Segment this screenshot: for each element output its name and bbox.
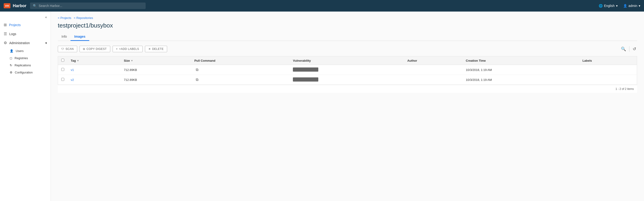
- sort-icon[interactable]: ▼: [77, 60, 79, 62]
- row1-checkbox-cell: [58, 65, 68, 75]
- sort-icon[interactable]: ▼: [131, 60, 133, 62]
- col-creation-label: Creation Time: [466, 59, 486, 62]
- th-pull-command: Pull Command: [191, 56, 290, 65]
- th-vulnerability: Vulnerability: [290, 56, 404, 65]
- sidebar-item-label: Projects: [9, 23, 21, 27]
- registries-icon: ◻: [10, 56, 12, 60]
- chevron-down-icon: ▾: [616, 4, 618, 8]
- sidebar-item-projects[interactable]: ⊞ Projects: [0, 20, 50, 29]
- scan-label: SCAN: [66, 47, 74, 50]
- delete-label: DELETE: [152, 47, 164, 50]
- search-icon: 🔍: [33, 4, 37, 8]
- search-bar[interactable]: 🔍 Search Harbor...: [30, 2, 146, 9]
- row1-labels: [579, 65, 637, 75]
- copy-digest-button[interactable]: ⧉ COPY DIGEST: [80, 46, 110, 52]
- copy-digest-label: COPY DIGEST: [86, 47, 106, 50]
- admin-icon: ⚙: [4, 41, 7, 45]
- tabs: Info Images: [58, 33, 637, 41]
- row2-labels: [579, 75, 637, 85]
- page-title: testproject1/busybox: [58, 22, 637, 29]
- content-area: < Projects < Repositories testproject1/b…: [51, 12, 644, 201]
- scan-icon: 🛡: [61, 47, 64, 50]
- tab-images[interactable]: Images: [70, 33, 89, 41]
- row2-vulnerability: [290, 75, 404, 85]
- sidebar-item-replications[interactable]: ↻ Replications: [0, 62, 50, 69]
- globe-icon: 🌐: [599, 4, 602, 8]
- row2-pull-command: ⧉: [191, 75, 290, 85]
- row2-author: [404, 75, 462, 85]
- main-layout: « ⊞ Projects ☰ Logs ⚙ Administration ▾ 👤…: [0, 12, 644, 201]
- pagination: 1 - 2 of 2 items: [58, 85, 637, 93]
- user-menu[interactable]: 👤 admin ▾: [623, 4, 640, 8]
- collapse-icon: «: [45, 15, 47, 19]
- row1-copy-button[interactable]: ⧉: [194, 67, 200, 72]
- tab-info[interactable]: Info: [58, 33, 70, 41]
- brand-name: Harbor: [13, 4, 26, 8]
- row1-author: [404, 65, 462, 75]
- row1-tag-link[interactable]: v1: [71, 68, 74, 72]
- row1-vulnerability: [290, 65, 404, 75]
- row2-checkbox-cell: [58, 75, 68, 85]
- row2-creation-time: 10/3/2018, 1:19 AM: [462, 75, 579, 85]
- table-row: v2 712.89KB ⧉ 10/3/2018, 1:19 AM: [58, 75, 637, 85]
- scan-button[interactable]: 🛡 SCAN: [58, 46, 77, 52]
- sidebar: « ⊞ Projects ☰ Logs ⚙ Administration ▾ 👤…: [0, 12, 51, 201]
- language-selector[interactable]: 🌐 English ▾: [599, 4, 618, 8]
- vm-logo: vm: [4, 3, 10, 8]
- row1-checkbox[interactable]: [61, 68, 64, 71]
- sidebar-item-registries[interactable]: ◻ Registries: [0, 54, 50, 62]
- col-size-label: Size: [124, 59, 130, 62]
- th-creation-time: Creation Time: [462, 56, 579, 65]
- row2-tag-link[interactable]: v2: [71, 78, 74, 82]
- logs-icon: ☰: [4, 32, 7, 36]
- sidebar-item-users[interactable]: 👤 Users: [0, 47, 50, 54]
- add-labels-label: +ADD LABELS: [119, 47, 139, 50]
- sub-item-label: Users: [16, 49, 24, 53]
- toolbar-right: 🔍 ↺: [620, 46, 637, 52]
- sidebar-item-administration[interactable]: ⚙ Administration ▾: [0, 38, 50, 47]
- select-all-checkbox[interactable]: [61, 59, 64, 62]
- replications-icon: ↻: [10, 64, 12, 67]
- th-tag: Tag ▼: [68, 56, 121, 65]
- search-placeholder: Search Harbor...: [38, 4, 62, 8]
- sub-item-label: Registries: [14, 56, 28, 60]
- col-pull-label: Pull Command: [194, 59, 216, 62]
- user-label: admin: [628, 4, 637, 8]
- sidebar-item-label: Logs: [9, 32, 16, 36]
- images-table: Tag ▼ Size ▼ Pull Command Vul: [58, 56, 637, 85]
- col-author-label: Author: [407, 59, 417, 62]
- row2-checkbox[interactable]: [61, 78, 64, 81]
- row2-size: 712.89KB: [121, 75, 191, 85]
- projects-icon: ⊞: [4, 23, 7, 27]
- th-author: Author: [404, 56, 462, 65]
- table-row: v1 712.89KB ⧉ 10/3/2018, 1:19 AM: [58, 65, 637, 75]
- lang-label: English: [604, 4, 615, 8]
- row1-size: 712.89KB: [121, 65, 191, 75]
- chevron-down-icon: ▾: [639, 4, 640, 8]
- sub-item-label: Replications: [14, 64, 31, 67]
- sidebar-collapse-button[interactable]: «: [0, 14, 50, 20]
- pagination-text: 1 - 2 of 2 items: [616, 87, 634, 90]
- refresh-icon[interactable]: ↺: [632, 46, 637, 52]
- sidebar-admin-label: Administration: [9, 41, 30, 45]
- users-icon: 👤: [10, 49, 14, 53]
- select-all-checkbox-cell: [58, 56, 68, 65]
- row1-vuln-bar: [293, 68, 318, 72]
- row2-copy-button[interactable]: ⧉: [194, 77, 200, 82]
- breadcrumb-repositories[interactable]: < Repositories: [74, 16, 93, 20]
- sub-item-label: Configuration: [15, 71, 32, 74]
- chevron-down-icon: ▾: [45, 41, 47, 45]
- col-vuln-label: Vulnerability: [293, 59, 311, 62]
- toolbar-divider: [629, 46, 630, 52]
- add-labels-button[interactable]: + +ADD LABELS: [112, 46, 142, 52]
- breadcrumb-projects[interactable]: < Projects: [58, 16, 71, 20]
- delete-button[interactable]: ✕ DELETE: [145, 46, 167, 52]
- th-size: Size ▼: [121, 56, 191, 65]
- th-labels: Labels: [579, 56, 637, 65]
- brand: vm Harbor: [4, 3, 26, 8]
- search-icon[interactable]: 🔍: [620, 46, 627, 52]
- user-icon: 👤: [623, 4, 627, 8]
- col-labels-label: Labels: [582, 59, 592, 62]
- sidebar-item-configuration[interactable]: ⚙ Configuration: [0, 69, 50, 76]
- sidebar-item-logs[interactable]: ☰ Logs: [0, 29, 50, 38]
